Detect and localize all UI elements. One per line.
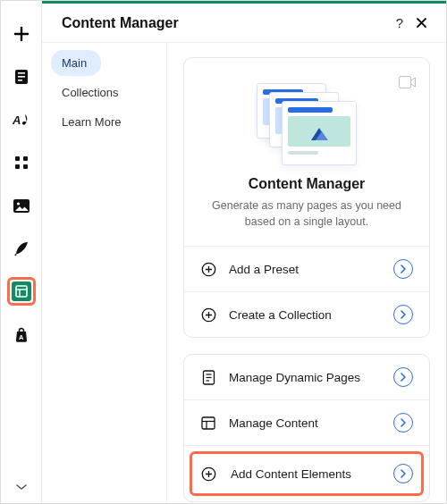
panel-content: Content Manager Generate as many pages a… (167, 43, 446, 503)
svg-rect-3 (18, 80, 22, 81)
go-icon (393, 259, 413, 279)
action-create-collection[interactable]: Create a Collection (184, 291, 429, 337)
svg-point-10 (16, 202, 19, 205)
design-icon[interactable]: A (7, 105, 36, 134)
apps-icon[interactable] (7, 148, 36, 177)
go-icon (393, 413, 413, 433)
close-button[interactable] (410, 13, 432, 34)
intro-subtitle: Generate as many pages as you need based… (208, 197, 405, 230)
svg-rect-6 (23, 156, 28, 161)
svg-rect-15 (400, 77, 411, 88)
pages-icon[interactable] (7, 63, 36, 91)
go-icon (393, 464, 413, 483)
help-button[interactable]: ? (389, 13, 410, 34)
intro-card: Content Manager Generate as many pages a… (183, 57, 430, 338)
panel-header: Content Manager ? (42, 4, 446, 43)
action-add-content-elements[interactable]: Add Content Elements (184, 445, 429, 501)
manage-card: Manage Dynamic Pages Manage Content (183, 354, 430, 502)
svg-rect-8 (23, 164, 28, 169)
action-label: Create a Collection (229, 308, 381, 322)
plus-circle-icon (200, 466, 216, 482)
svg-rect-7 (15, 164, 20, 169)
plus-circle-icon (200, 261, 216, 277)
go-icon (393, 305, 413, 324)
media-icon[interactable] (7, 191, 36, 220)
action-manage-content[interactable]: Manage Content (184, 399, 429, 445)
nav-collections[interactable]: Collections (51, 80, 130, 105)
svg-rect-5 (15, 156, 20, 161)
table-icon (200, 415, 216, 431)
svg-rect-1 (18, 72, 25, 74)
panel-nav: Main Collections Learn More (42, 43, 167, 503)
svg-text:A: A (19, 333, 24, 341)
illustration (253, 81, 360, 164)
store-icon[interactable]: A (7, 320, 36, 349)
add-button[interactable] (7, 20, 36, 48)
video-icon[interactable] (399, 76, 417, 88)
panel-title: Content Manager (62, 15, 389, 31)
go-icon (393, 367, 413, 387)
content-manager-toolbar-button[interactable] (7, 277, 36, 306)
svg-rect-22 (202, 417, 215, 429)
chevron-down-icon[interactable] (7, 476, 36, 498)
nav-main[interactable]: Main (51, 50, 101, 76)
action-add-preset[interactable]: Add a Preset (184, 246, 429, 291)
action-label: Manage Dynamic Pages (229, 371, 381, 384)
action-manage-dynamic-pages[interactable]: Manage Dynamic Pages (184, 355, 429, 399)
intro-title: Content Manager (249, 176, 366, 192)
nav-learn-more[interactable]: Learn More (51, 109, 131, 135)
action-label: Add a Preset (229, 263, 381, 276)
blog-icon[interactable] (7, 234, 36, 263)
svg-rect-11 (16, 286, 27, 297)
left-toolbar: A A (1, 4, 42, 503)
svg-rect-2 (18, 76, 25, 78)
action-label: Add Content Elements (231, 467, 381, 481)
page-icon (200, 369, 216, 385)
svg-text:A: A (13, 113, 21, 127)
action-label: Manage Content (229, 416, 381, 430)
plus-circle-icon (200, 307, 216, 323)
